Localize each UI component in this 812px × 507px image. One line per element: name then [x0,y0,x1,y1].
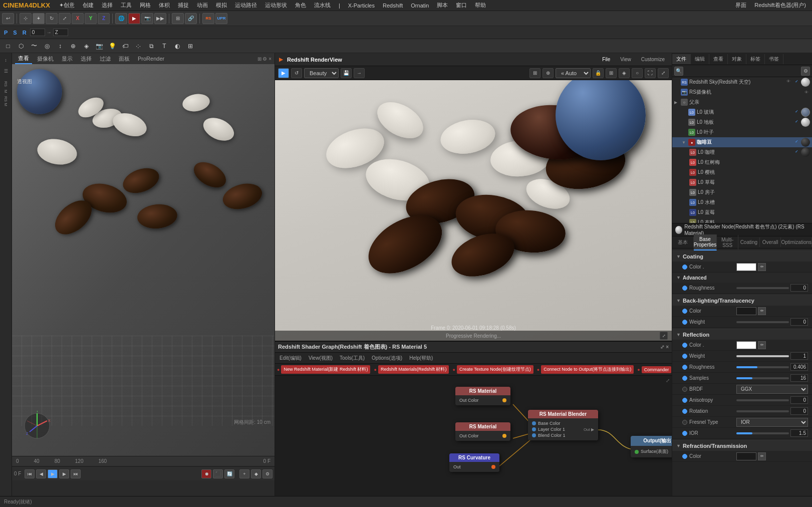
vp-tab-display[interactable]: 显示 [59,54,76,64]
menu-motion-path[interactable]: 运动路径 [232,1,260,10]
coating-roughness-radio[interactable] [682,286,687,291]
menu-capture[interactable]: 捕捉 [175,1,192,10]
bl-color-radio[interactable] [682,309,687,314]
icon-nurbs[interactable]: ◎ [41,41,53,52]
psr-y[interactable] [53,29,68,36]
tab-basic[interactable]: 基本 [672,237,694,248]
world-btn[interactable]: 🌐 [115,13,127,24]
rv-beauty-dropdown[interactable]: Beauty [304,68,339,78]
vp-maximize[interactable]: ⊞ ⚙ × [257,56,272,62]
refraction-header[interactable]: ▼ Refraction/Transmission [672,440,812,451]
icon-tag[interactable]: 🏷 [119,41,131,52]
rotate-tool[interactable]: ↻ [46,13,58,24]
floor-check[interactable]: ✓ [793,118,800,125]
vp-tab-panel[interactable]: 面板 [116,54,133,64]
grid-btn[interactable]: ⊞ [172,13,184,24]
icon-spline[interactable]: 〜 [28,41,40,52]
icon-mograph[interactable]: ⧉ [145,41,157,52]
menu-shader-browser[interactable]: Redshift着色器(用户) [751,1,809,10]
tree-item-parent[interactable]: ▶ ○ 父亲 [672,97,812,107]
tree-add-btn[interactable]: ⚙ [801,67,810,76]
rv-save-btn[interactable]: 💾 [341,68,352,78]
refl-color-picker[interactable]: ✏ [758,341,766,349]
sky-vis[interactable]: 👁 [785,78,792,85]
tree-item-glass[interactable]: L0 L0 玻璃 ✓ [672,107,812,117]
menu-script[interactable]: 脚本 [434,1,451,10]
sky-check[interactable]: ✓ [793,78,800,85]
menu-simulate[interactable]: 模拟 [213,1,230,10]
sg-commander[interactable]: Commander [642,366,672,373]
icon-null[interactable]: □ [2,41,14,52]
sg-redshift-materials[interactable]: Redshift Materials(Redshift 材料) [378,365,449,374]
refl-color-swatch[interactable] [736,341,756,349]
sg-new-material[interactable]: New Redshift Material(新建 Redshift 材料) [281,365,370,374]
fls-btn-1[interactable]: ↕ [1,55,11,65]
tl-play-end[interactable]: ⏭ [71,469,81,478]
bl-weight-num[interactable]: 0 [790,318,808,326]
undo-btn[interactable]: ↩ [2,13,14,24]
axis-x[interactable]: X [72,13,84,24]
tl-remove-keyframe[interactable]: ◆ [251,469,261,478]
rs-logo[interactable]: RS [202,13,214,24]
refl-roughness-radio[interactable] [682,365,687,370]
menu-character[interactable]: 角色 [292,1,309,10]
menu-help[interactable]: 帮助 [472,1,489,10]
refl-samples-radio[interactable] [682,376,687,381]
tree-item-house[interactable]: L0 L0 房子 [672,187,812,197]
axis-y[interactable]: Y [85,13,97,24]
tl-play[interactable]: ▶ [48,469,58,478]
tab-optimizations[interactable]: Optimizations [781,237,812,247]
reflection-header[interactable]: ▼ Reflection [672,329,812,340]
sg-canvas[interactable]: RS Material Out Color RS Material [275,376,672,496]
vp-tab-filter[interactable]: 过滤 [97,54,114,64]
icon-effector[interactable]: ⊕ [67,41,79,52]
icon-camera[interactable]: 📷 [93,41,105,52]
icon-deform[interactable]: ↕ [54,41,66,52]
rv-bottom-expand[interactable]: ⤢ [660,332,668,340]
tl-loop[interactable]: 🔄 [224,469,234,478]
sg-zoom-icon[interactable]: ⤢ [666,378,670,383]
tree-item-blueberry[interactable]: L0 L0 蓝莓 [672,207,812,217]
fls-btn-2[interactable]: ☰ [1,66,11,76]
axis-z[interactable]: Z [98,13,110,24]
psr-s[interactable]: S [11,29,19,37]
glass-check[interactable]: ✓ [793,108,800,115]
refr-color-swatch[interactable] [736,452,756,460]
refl-aniso-radio[interactable] [682,398,687,403]
coating-roughness-num[interactable]: 0 [790,284,808,292]
tl-add-keyframe[interactable]: + [239,469,249,478]
refl-ior-num[interactable]: 1.5 [790,429,808,437]
menu-ornatin[interactable]: Ornatin [408,2,432,10]
scale-tool[interactable]: ⤢ [59,13,71,24]
rv-arrow-btn[interactable]: → [354,68,365,78]
tl-play-back[interactable]: ⏮ [25,469,35,478]
tree-item-cherry[interactable]: L0 L0 樱桃 [672,167,812,177]
menu-tools[interactable]: 工具 [118,1,135,10]
bl-weight-radio[interactable] [682,320,687,325]
rv-fullscreen-btn[interactable]: ⛶ [645,68,656,78]
rv-grid-btn[interactable]: ⊞ [529,68,540,78]
tl-stop[interactable]: ⬛ [213,469,223,478]
tab-coating[interactable]: Coating [738,237,760,247]
tab-base-props[interactable]: Base Properties [694,234,717,250]
sg-edit[interactable]: Edit(编辑) [277,354,304,363]
refl-rotation-radio[interactable] [682,409,687,414]
menu-pipeline[interactable]: 流水线 [311,1,334,10]
tl-next-frame[interactable]: ▶ [59,469,69,478]
sg-create-texture[interactable]: Create Texture Node(创建纹理节点) [457,365,533,374]
tree-item-leaf[interactable]: L0 L0 叶子 [672,127,812,137]
node-rs-material-2[interactable]: RS Material Out Color [455,422,510,441]
tree-body[interactable]: RS Redshift Sky(Redshift 天空) 👁 ✓ 📷 RS摄像机… [672,77,812,223]
menu-x-particles[interactable]: X-Particles [345,2,378,10]
sg-view[interactable]: View(视图) [306,354,335,363]
refr-color-radio[interactable] [682,454,687,459]
refr-color-picker[interactable]: ✏ [758,452,766,460]
menu-create[interactable]: 创建 [80,1,97,10]
psr-x[interactable] [30,29,45,36]
coating-color-picker[interactable]: ✏ [758,263,766,271]
coffee-check[interactable]: ✓ [793,138,800,145]
sg-expand[interactable]: ⤢ × [660,344,669,350]
refl-ior-radio[interactable] [682,431,687,436]
rv-expand-btn[interactable]: ⤢ [658,68,669,78]
curry-check[interactable]: ✓ [793,148,800,155]
